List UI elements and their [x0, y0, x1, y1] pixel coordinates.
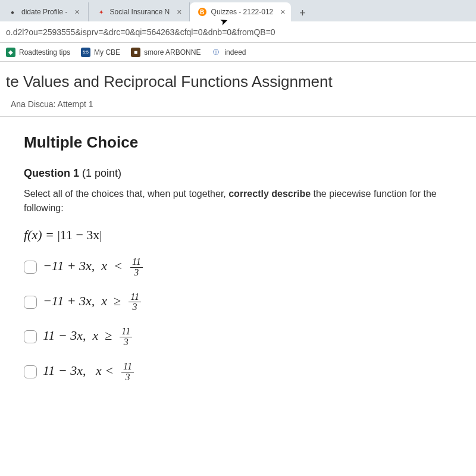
bookmark-icon: ◆: [6, 48, 15, 57]
question-block: Multiple Choice Question 1 (1 point) Sel…: [0, 117, 476, 399]
attempt-info: Ana Discua: Attempt 1: [0, 97, 476, 117]
bookmark-indeed[interactable]: ⓘ indeed: [211, 48, 246, 57]
bookmark-icon: ■: [131, 48, 140, 57]
equation-rhs: |11 − 3x|: [57, 227, 102, 242]
tab-strip: ● didate Profile - × ✦ Social Insurance …: [0, 0, 476, 21]
browser-tab-0[interactable]: ● didate Profile - ×: [0, 2, 89, 21]
close-icon[interactable]: ×: [280, 8, 285, 16]
bookmark-label: Roadtesting tips: [19, 48, 70, 57]
choice-row: −11 + 3x, x ≥ 113: [24, 292, 452, 313]
choice-expr: −11 + 3x, x < 113: [43, 257, 144, 278]
browser-tab-2[interactable]: B Quizzes - 2122-012 ×: [190, 2, 291, 21]
checkbox[interactable]: [24, 365, 37, 378]
choice-row: 11 − 3x, x < 113: [24, 362, 452, 383]
choice-expr: 11 − 3x, x ≥ 113: [43, 327, 133, 347]
section-heading: Multiple Choice: [24, 133, 452, 152]
bookmark-roadtesting[interactable]: ◆ Roadtesting tips: [6, 48, 70, 57]
close-icon[interactable]: ×: [74, 8, 79, 16]
question-number: Question 1: [24, 167, 79, 179]
checkbox[interactable]: [24, 296, 37, 309]
bookmark-label: indeed: [224, 48, 246, 57]
choice-expr: 11 − 3x, x < 113: [43, 362, 135, 383]
page-title: te Values and Reciprocal Functions Assig…: [0, 73, 476, 97]
indeed-icon: ⓘ: [211, 48, 221, 57]
bookmark-mycbe[interactable]: 5:5 My CBE: [81, 48, 120, 57]
choice-row: −11 + 3x, x < 113: [24, 257, 452, 278]
question-header: Question 1 (1 point): [24, 167, 452, 180]
browser-tab-1[interactable]: ✦ Social Insurance N ×: [89, 2, 190, 21]
d2l-icon: B: [198, 8, 206, 16]
address-bar[interactable]: o.d2l?ou=2593555&isprv=&drc=0&qi=564263&…: [0, 21, 476, 43]
bookmark-label: smore ARBONNE: [144, 48, 201, 57]
tab-label-1: Social Insurance N: [110, 8, 170, 16]
page-content: te Values and Reciprocal Functions Assig…: [0, 62, 476, 399]
tab-favicon-0: ●: [8, 8, 17, 16]
new-tab-button[interactable]: +: [295, 5, 311, 21]
question-points: (1 point): [82, 167, 121, 179]
choices-list: −11 + 3x, x < 113 −11 + 3x, x ≥ 113 11 −…: [24, 257, 452, 382]
prompt-text-bold: correctly describe: [228, 189, 311, 199]
question-prompt: Select all of the choices that, when put…: [24, 187, 452, 215]
bookmark-label: My CBE: [94, 48, 120, 57]
prompt-text-a: Select all of the choices that, when put…: [24, 189, 228, 199]
equation-lhs: f(x) =: [24, 227, 57, 242]
bookmark-icon: 5:5: [81, 48, 90, 57]
choice-row: 11 − 3x, x ≥ 113: [24, 327, 452, 347]
tab-label-0: didate Profile -: [21, 8, 67, 16]
choice-expr: −11 + 3x, x ≥ 113: [43, 292, 142, 313]
tab-label-2: Quizzes - 2122-012: [211, 8, 274, 16]
checkbox[interactable]: [24, 330, 37, 343]
checkbox[interactable]: [24, 261, 37, 274]
bookmarks-bar: ◆ Roadtesting tips 5:5 My CBE ■ smore AR…: [0, 43, 476, 62]
close-icon[interactable]: ×: [177, 8, 181, 16]
address-url: o.d2l?ou=2593555&isprv=&drc=0&qi=564263&…: [6, 27, 275, 37]
bookmark-smore[interactable]: ■ smore ARBONNE: [131, 48, 201, 57]
function-equation: f(x) = |11 − 3x|: [24, 227, 452, 243]
maple-leaf-icon: ✦: [97, 8, 105, 16]
